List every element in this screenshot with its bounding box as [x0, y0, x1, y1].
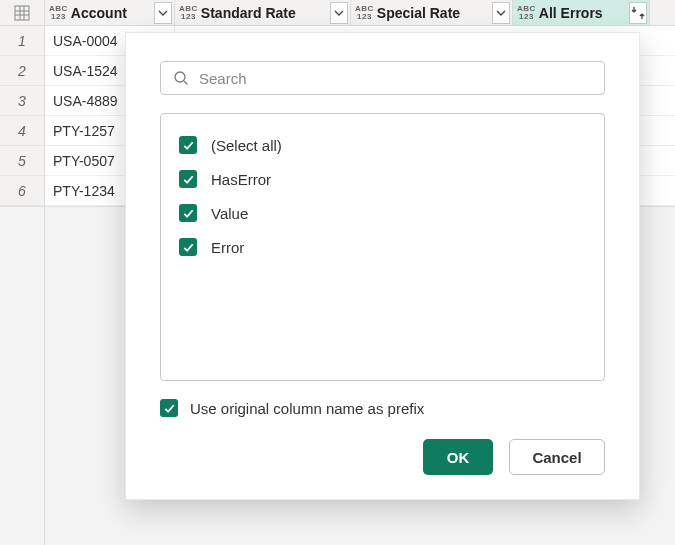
field-list: (Select all)HasErrorValueError [160, 113, 605, 381]
column-header[interactable]: ABC123Standard Rate [175, 0, 351, 25]
chevron-down-icon[interactable] [330, 2, 348, 24]
datatype-any-icon: ABC123 [179, 5, 198, 21]
svg-line-6 [184, 81, 188, 85]
empty-area [0, 206, 45, 545]
prefix-option-row[interactable]: Use original column name as prefix [160, 399, 605, 417]
column-name: All Errors [539, 5, 626, 21]
expand-column-popup: (Select all)HasErrorValueError Use origi… [125, 32, 640, 500]
row-header[interactable]: 6 [0, 176, 45, 206]
cancel-button[interactable]: Cancel [509, 439, 605, 475]
field-option[interactable]: Value [179, 196, 586, 230]
checkbox[interactable] [179, 170, 197, 188]
datatype-any-icon: ABC123 [517, 5, 536, 21]
row-header[interactable]: 3 [0, 86, 45, 116]
prefix-checkbox[interactable] [160, 399, 178, 417]
column-header[interactable]: ABC123All Errors [513, 0, 650, 25]
field-option-label: (Select all) [211, 137, 282, 154]
table-icon [14, 5, 30, 21]
row-header[interactable]: 2 [0, 56, 45, 86]
field-option-label: Error [211, 239, 244, 256]
dialog-buttons: OK Cancel [160, 439, 605, 475]
checkbox[interactable] [179, 238, 197, 256]
column-name: Standard Rate [201, 5, 327, 21]
svg-point-5 [175, 72, 185, 82]
row-header[interactable]: 4 [0, 116, 45, 146]
check-icon [182, 139, 195, 152]
check-icon [163, 402, 176, 415]
row-header[interactable]: 5 [0, 146, 45, 176]
search-box[interactable] [160, 61, 605, 95]
column-name: Account [71, 5, 151, 21]
field-option[interactable]: HasError [179, 162, 586, 196]
field-option[interactable]: (Select all) [179, 128, 586, 162]
datatype-any-icon: ABC123 [49, 5, 68, 21]
column-header[interactable]: ABC123Special Rate [351, 0, 513, 25]
prefix-label: Use original column name as prefix [190, 400, 424, 417]
svg-rect-0 [15, 6, 29, 20]
check-icon [182, 207, 195, 220]
column-header[interactable]: ABC123Account [45, 0, 175, 25]
ok-button[interactable]: OK [423, 439, 493, 475]
check-icon [182, 173, 195, 186]
datatype-any-icon: ABC123 [355, 5, 374, 21]
checkbox[interactable] [179, 136, 197, 154]
chevron-down-icon[interactable] [492, 2, 510, 24]
field-option-label: Value [211, 205, 248, 222]
field-option[interactable]: Error [179, 230, 586, 264]
check-icon [182, 241, 195, 254]
expand-icon[interactable] [629, 2, 647, 24]
search-icon [173, 70, 189, 86]
column-header-row: ABC123AccountABC123Standard RateABC123Sp… [0, 0, 675, 26]
column-name: Special Rate [377, 5, 489, 21]
select-all-cell[interactable] [0, 0, 45, 25]
checkbox[interactable] [179, 204, 197, 222]
row-header[interactable]: 1 [0, 26, 45, 56]
chevron-down-icon[interactable] [154, 2, 172, 24]
field-option-label: HasError [211, 171, 271, 188]
row-headers: 123456 [0, 26, 45, 545]
search-input[interactable] [197, 69, 592, 88]
